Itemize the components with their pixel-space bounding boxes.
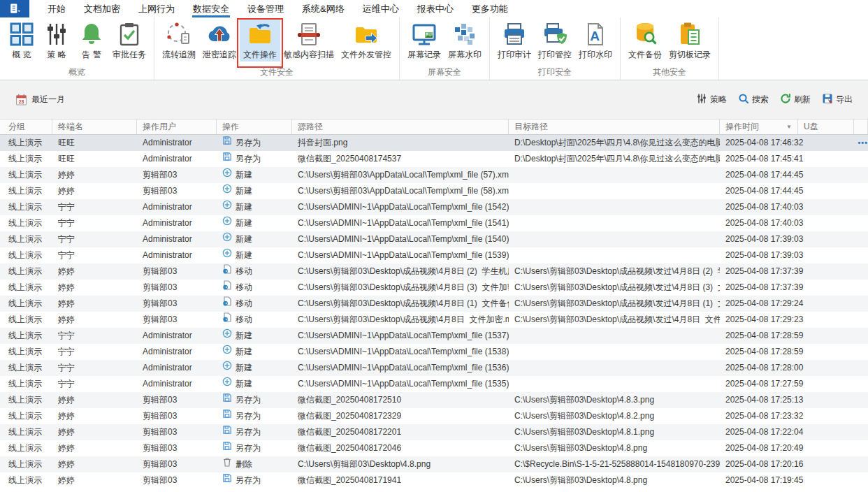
column-header[interactable]: 操作时间▼	[720, 120, 798, 134]
menu-tab[interactable]: 设备管理	[238, 0, 293, 17]
cell-menu	[854, 296, 868, 312]
ribbon: 概 览策 略告 警审批任务概览流转追溯泄密追踪文件操作敏感内容扫描文件外发管控文…	[0, 17, 868, 80]
table-row[interactable]: 线上演示婷婷剪辑部03删除C:\Users\剪辑部03\Desktop\4.8.…	[0, 456, 868, 472]
ribbon-button[interactable]: 打印审计	[494, 20, 535, 62]
cell-operation: 另存为	[217, 472, 292, 489]
menu-tab[interactable]: 数据安全	[184, 0, 238, 17]
column-header[interactable]: 终端名	[52, 120, 137, 134]
ribbon-button-label: 泄密追踪	[203, 49, 236, 60]
cell-time: 2025-04-08 17:28:00	[720, 360, 798, 376]
menu-tab[interactable]: 更多功能	[463, 0, 517, 17]
ribbon-button[interactable]: 文件操作	[240, 20, 280, 62]
ribbon-button[interactable]: A打印水印	[575, 20, 616, 62]
table-row[interactable]: 线上演示婷婷剪辑部03新建C:\Users\剪辑部03\AppData\Loca…	[0, 167, 868, 183]
ribbon-button-label: 流转追溯	[162, 49, 196, 60]
column-header[interactable]: 源路径	[292, 120, 509, 134]
ribbon-button[interactable]: 泄密追踪	[199, 20, 240, 62]
column-header[interactable]: U盘	[798, 120, 854, 134]
ribbon-button[interactable]: 概 览	[4, 20, 39, 62]
row-menu-button[interactable]: •••	[854, 135, 868, 151]
toolbar-action-search[interactable]: 搜索	[738, 93, 769, 106]
cell-group: 线上演示	[0, 456, 52, 472]
table-row[interactable]: 线上演示宁宁Administrator新建C:\Users\ADMINI~1\A…	[0, 328, 868, 344]
cell-group: 线上演示	[0, 280, 52, 296]
table-row[interactable]: 线上演示婷婷剪辑部03新建C:\Users\剪辑部03\AppData\Loca…	[0, 183, 868, 199]
ribbon-button[interactable]: 文件备份	[625, 20, 665, 62]
cell-terminal: 婷婷	[52, 408, 137, 424]
ribbon-button[interactable]: 屏幕记录	[404, 20, 444, 62]
cell-source-path: C:\Users\ADMINI~1\AppData\Local\Temp\xml…	[292, 199, 509, 215]
ribbon-button[interactable]: 屏幕水印	[444, 20, 485, 62]
table-row[interactable]: 线上演示婷婷剪辑部03移动C:\Users\剪辑部03\Desktop\成品视频…	[0, 263, 868, 280]
table-row[interactable]: 线上演示婷婷剪辑部03移动C:\Users\剪辑部03\Desktop\成品视频…	[0, 312, 868, 328]
cell-group: 线上演示	[0, 360, 52, 376]
ribbon-button[interactable]: 敏感内容扫描	[280, 20, 338, 62]
table-row[interactable]: 线上演示宁宁Administrator新建C:\Users\ADMINI~1\A…	[0, 344, 868, 360]
table-row[interactable]: 线上演示旺旺Administrator另存为微信截图_2025040817453…	[0, 151, 868, 167]
cell-terminal: 婷婷	[52, 263, 137, 280]
column-header[interactable]	[854, 120, 868, 134]
sort-arrow-icon[interactable]: ▼	[786, 120, 792, 134]
menu-tab[interactable]: 运维中心	[354, 0, 408, 17]
ribbon-button[interactable]: 剪切板记录	[665, 20, 714, 62]
menu-tab[interactable]: 文档加密	[75, 0, 129, 17]
clipboard-doc-icon	[677, 22, 702, 47]
cell-menu	[854, 392, 868, 408]
table-row[interactable]: 线上演示宁宁Administrator新建C:\Users\ADMINI~1\A…	[0, 199, 868, 215]
menu-tab[interactable]: 系统&网络	[293, 0, 354, 17]
cell-usb	[798, 280, 854, 296]
new-icon	[222, 360, 232, 376]
ribbon-button-label: 策 略	[47, 49, 66, 60]
table-row[interactable]: 线上演示宁宁Administrator新建C:\Users\ADMINI~1\A…	[0, 376, 868, 392]
grid-icon	[9, 22, 34, 47]
date-range-filter[interactable]: 23 最近一月	[15, 94, 65, 106]
menu-tab[interactable]: 上网行为	[129, 0, 184, 17]
save-as-icon	[222, 392, 232, 408]
cell-time: 2025-04-08 17:44:45	[720, 183, 798, 199]
cell-usb	[798, 328, 854, 344]
ribbon-button[interactable]: 策 略	[39, 20, 74, 62]
ribbon-button[interactable]: 打印管控	[535, 20, 575, 62]
table-row[interactable]: 线上演示婷婷剪辑部03移动C:\Users\剪辑部03\Desktop\成品视频…	[0, 280, 868, 296]
table-row[interactable]: 线上演示婷婷剪辑部03另存为微信截图_20250408172046C:\User…	[0, 440, 868, 456]
date-range-label: 最近一月	[31, 94, 65, 106]
cell-usb	[798, 456, 854, 472]
table-row[interactable]: 线上演示婷婷剪辑部03另存为微信截图_20250408171941C:\User…	[0, 472, 868, 489]
cell-usb	[798, 199, 854, 215]
search-icon	[738, 93, 749, 106]
move-icon	[222, 263, 232, 280]
table-row[interactable]: 线上演示宁宁Administrator新建C:\Users\ADMINI~1\A…	[0, 360, 868, 376]
cell-time: 2025-04-08 17:23:32	[720, 408, 798, 424]
cell-usb	[798, 135, 854, 151]
table-row[interactable]: 线上演示宁宁Administrator新建C:\Users\ADMINI~1\A…	[0, 231, 868, 247]
table-row[interactable]: 线上演示婷婷剪辑部03另存为微信截图_20250408172510C:\User…	[0, 392, 868, 408]
ribbon-button[interactable]: 流转追溯	[159, 20, 199, 62]
new-icon	[222, 344, 232, 360]
table-row[interactable]: 线上演示旺旺Administrator另存为抖音封面.pngD:\Desktop…	[0, 135, 868, 151]
toolbar-action-refresh[interactable]: 刷新	[780, 93, 811, 106]
column-header[interactable]: 操作	[217, 120, 292, 134]
cell-user: 剪辑部03	[137, 392, 217, 408]
table-row[interactable]: 线上演示婷婷剪辑部03移动C:\Users\剪辑部03\Desktop\成品视频…	[0, 296, 868, 312]
new-icon	[222, 199, 232, 215]
ribbon-button[interactable]: 文件外发管控	[338, 20, 395, 62]
menu-tab[interactable]: 报表中心	[408, 0, 463, 17]
new-icon	[222, 231, 232, 247]
table-row[interactable]: 线上演示宁宁Administrator新建C:\Users\ADMINI~1\A…	[0, 247, 868, 263]
ribbon-button-label: 打印审计	[498, 49, 531, 60]
table-row[interactable]: 线上演示宁宁Administrator新建C:\Users\ADMINI~1\A…	[0, 215, 868, 231]
cell-source-path: C:\Users\剪辑部03\Desktop\4.8.png	[292, 456, 509, 472]
table-row[interactable]: 线上演示婷婷剪辑部03另存为微信截图_20250408172329C:\User…	[0, 408, 868, 424]
app-menu-button[interactable]	[0, 0, 29, 17]
column-header[interactable]: 目标路径	[509, 120, 720, 134]
cell-source-path: 微信截图_20250408172510	[292, 392, 509, 408]
ribbon-button[interactable]: 审批任务	[109, 20, 150, 62]
cell-target-path: C:\Users\剪辑部03\Desktop\成品视频\发过\4月8日 (1) …	[509, 296, 720, 312]
ribbon-button[interactable]: 告 警	[74, 20, 109, 62]
column-header[interactable]: 分组	[0, 120, 52, 134]
toolbar-action-export[interactable]: 导出	[822, 93, 853, 106]
table-row[interactable]: 线上演示婷婷剪辑部03另存为微信截图_20250408172201C:\User…	[0, 424, 868, 440]
menu-tab[interactable]: 开始	[38, 0, 75, 17]
toolbar-action-tune[interactable]: 策略	[696, 93, 727, 106]
column-header[interactable]: 操作用户	[137, 120, 217, 134]
